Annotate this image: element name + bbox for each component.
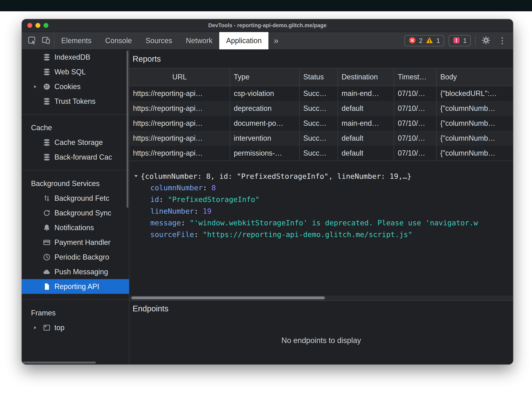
- sidebar-item-background-fetch[interactable]: Background Fetc: [22, 191, 129, 206]
- issues-badge[interactable]: 1: [449, 35, 471, 46]
- database-icon: [42, 53, 51, 62]
- main-horizontal-scrollbar[interactable]: [131, 296, 325, 299]
- sidebar-item-background-sync[interactable]: Background Sync: [22, 206, 129, 220]
- twisty-spacer: [31, 194, 39, 202]
- table-row[interactable]: https://reporting-api… document-po… Succ…: [129, 116, 513, 131]
- settings-button[interactable]: [480, 35, 492, 47]
- toolbar-left-icons: [22, 32, 54, 49]
- sidebar-item-push-messaging[interactable]: Push Messaging: [22, 264, 129, 279]
- sidebar-item-label: IndexedDB: [54, 53, 90, 61]
- console-summary-badge[interactable]: 2 1: [405, 35, 444, 46]
- twisty-spacer: [31, 153, 39, 161]
- sidebar-vertical-scrollbar[interactable]: [127, 51, 128, 208]
- inspect-element-button[interactable]: [26, 35, 38, 47]
- kebab-dot: [502, 43, 503, 44]
- object-property: id"PrefixedStorageInfo": [133, 194, 510, 205]
- database-icon: [42, 153, 51, 162]
- cell-type: permissions-…: [230, 146, 300, 161]
- cell-status: Succ…: [300, 116, 338, 131]
- cell-status: Succ…: [300, 146, 338, 161]
- bell-icon: [42, 223, 51, 232]
- sidebar-section-divider: [22, 300, 129, 300]
- window-titlebar: DevTools - reporting-api-demo.glitch.me/…: [22, 19, 513, 32]
- column-header-type[interactable]: Type: [230, 68, 300, 86]
- column-header-destination[interactable]: Destination: [338, 68, 394, 86]
- endpoints-section-title: Endpoints: [129, 300, 513, 316]
- cell-status: Succ…: [300, 86, 338, 101]
- sidebar-item-indexeddb[interactable]: IndexedDB: [22, 50, 129, 64]
- sidebar-item-top-frame[interactable]: top: [22, 320, 129, 335]
- sidebar-horizontal-scrollbar[interactable]: [23, 362, 96, 364]
- database-icon: [42, 138, 51, 147]
- sidebar-item-label: Reporting API: [54, 282, 99, 291]
- zoom-window-button[interactable]: [44, 23, 48, 28]
- tab-application[interactable]: Application: [219, 32, 268, 49]
- column-header-url[interactable]: URL: [129, 68, 230, 86]
- object-property: sourceFile"https://reporting-api-demo.gl…: [133, 229, 510, 241]
- tab-console[interactable]: Console: [98, 32, 139, 49]
- sidebar-item-label: Cookies: [54, 82, 81, 91]
- devtools-toolbar: Elements Console Sources Network Applica…: [22, 32, 513, 50]
- close-window-button[interactable]: [27, 23, 32, 28]
- cell-destination: default: [338, 101, 394, 116]
- sidebar-section-background-services: Background Services: [22, 176, 129, 191]
- sidebar-item-cookies[interactable]: Cookies: [22, 79, 129, 94]
- property-value: 8: [211, 184, 216, 192]
- chevron-down-icon[interactable]: [133, 173, 139, 180]
- reports-table-body: https://reporting-api… csp-violation Suc…: [129, 86, 513, 161]
- kebab-dot: [502, 37, 503, 39]
- cell-destination: default: [338, 131, 394, 146]
- sidebar-item-periodic-background-sync[interactable]: Periodic Backgro: [22, 250, 129, 264]
- inspect-cursor-icon: [27, 36, 36, 46]
- sidebar-item-reporting-api[interactable]: Reporting API: [22, 279, 129, 294]
- minimize-window-button[interactable]: [35, 23, 40, 28]
- cell-type: intervention: [230, 131, 300, 146]
- sidebar-item-back-forward-cache[interactable]: Back-forward Cac: [22, 150, 129, 164]
- object-preview-text: {columnNumber: 8, id: "PrefixedStorageIn…: [141, 172, 411, 180]
- devtools-menu-button[interactable]: [497, 35, 508, 46]
- sidebar-section-divider: [22, 170, 129, 171]
- device-toolbar-button[interactable]: [40, 35, 52, 47]
- table-row[interactable]: https://reporting-api… intervention Succ…: [129, 131, 513, 146]
- table-row[interactable]: https://reporting-api… deprecation Succ……: [129, 101, 513, 116]
- cell-timestamp: 07/10/…: [394, 146, 437, 161]
- tab-elements[interactable]: Elements: [54, 32, 98, 49]
- sidebar-item-payment-handler[interactable]: Payment Handler: [22, 235, 129, 250]
- chevron-right-icon[interactable]: [31, 83, 39, 91]
- toolbar-right-controls: 2 1 1: [405, 32, 513, 49]
- cell-type: document-po…: [230, 116, 300, 131]
- error-icon: [409, 36, 416, 45]
- sidebar-item-label: Cache Storage: [54, 138, 103, 147]
- chevron-right-icon[interactable]: [31, 324, 39, 332]
- object-property: lineNumber19: [133, 205, 510, 217]
- sidebar-item-notifications[interactable]: Notifications: [22, 220, 129, 235]
- sidebar-item-label: Periodic Backgro: [54, 253, 109, 261]
- sidebar-item-label: Trust Tokens: [54, 97, 96, 106]
- property-key: message: [150, 219, 190, 227]
- sidebar-section-divider: [22, 114, 129, 115]
- cell-body: {"columnNumb…: [437, 131, 513, 146]
- tab-network[interactable]: Network: [179, 32, 219, 49]
- column-header-status[interactable]: Status: [300, 68, 338, 86]
- application-sidebar: IndexedDB Web SQL Cookies: [22, 50, 129, 364]
- object-preview-row[interactable]: {columnNumber: 8, id: "PrefixedStorageIn…: [133, 170, 510, 182]
- cell-timestamp: 07/10/…: [394, 86, 437, 101]
- issues-icon: [453, 36, 460, 45]
- sidebar-item-label: Background Sync: [54, 209, 111, 217]
- table-row[interactable]: https://reporting-api… permissions-… Suc…: [129, 146, 513, 161]
- cell-body: {"columnNumb…: [437, 116, 513, 131]
- cell-timestamp: 07/10/…: [394, 101, 437, 116]
- object-property: message"'window.webkitStorageInfo' is de…: [133, 217, 510, 229]
- column-header-timestamp[interactable]: Timest…: [394, 68, 437, 86]
- cell-type: deprecation: [230, 101, 300, 116]
- sidebar-item-trust-tokens[interactable]: Trust Tokens: [22, 94, 129, 109]
- more-tabs-button[interactable]: »: [268, 32, 283, 49]
- column-header-body[interactable]: Body: [437, 68, 513, 86]
- endpoints-empty-message: No endpoints to display: [129, 316, 513, 364]
- tab-sources[interactable]: Sources: [139, 32, 179, 49]
- sidebar-item-cache-storage[interactable]: Cache Storage: [22, 135, 129, 150]
- database-icon: [42, 97, 51, 106]
- toolbar-separator: [475, 36, 476, 45]
- sidebar-item-web-sql[interactable]: Web SQL: [22, 64, 129, 79]
- table-row[interactable]: https://reporting-api… csp-violation Suc…: [129, 86, 513, 101]
